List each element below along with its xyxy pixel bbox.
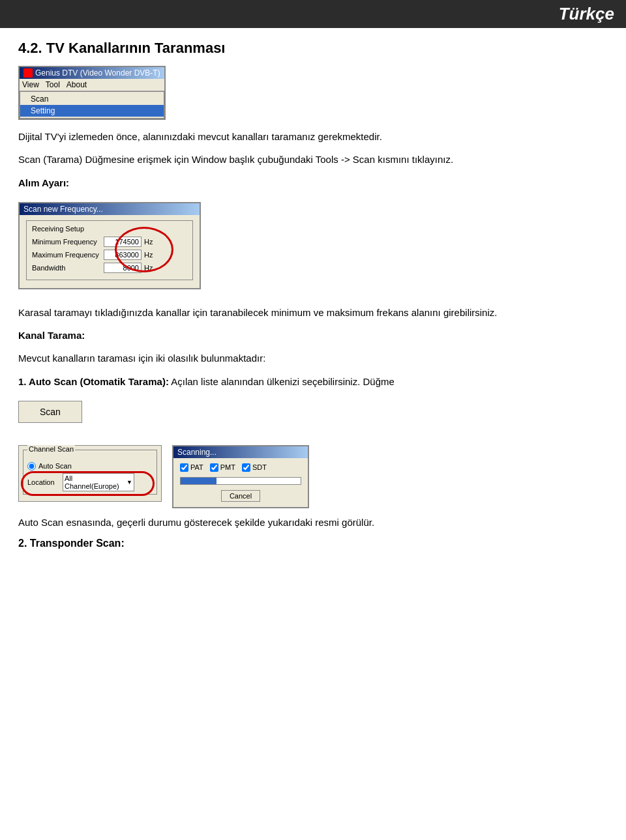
pmt-checkbox-row: PMT: [210, 463, 235, 472]
scan-access-para: Scan (Tarama) Düğmesine erişmek için Win…: [18, 152, 608, 167]
menu-tool[interactable]: Tool: [46, 80, 60, 89]
auto-scan-radio-label: Auto Scan: [38, 462, 72, 470]
auto-scan-radio[interactable]: [27, 462, 36, 471]
max-freq-label: Maximum Frequency: [32, 251, 104, 259]
dialog-titlebar: Scan new Frequency...: [20, 203, 200, 215]
channel-scan-wrap: Channel Scan Auto Scan Location All Chan…: [18, 445, 162, 502]
auto-scan-radio-row: Auto Scan: [27, 462, 153, 471]
max-freq-input[interactable]: 863000: [104, 250, 142, 260]
scan-button-area: Scan: [18, 397, 608, 435]
channel-scan-group-title: Channel Scan: [27, 445, 75, 453]
progress-bar-inner: [181, 478, 216, 484]
kanal-tarama-label: Kanal Tarama:: [18, 328, 608, 343]
menu-about[interactable]: About: [67, 80, 87, 89]
min-freq-row: Minimum Frequency 174500 Hz: [32, 237, 187, 247]
page-title: 4.2. TV Kanallarının Taranması: [18, 40, 608, 57]
menu-scan-label: Scan: [31, 94, 48, 104]
auto-scan-para: 1. Auto Scan (Otomatik Tarama): Açılan l…: [18, 374, 608, 389]
dropdown-arrow-icon: ▼: [127, 479, 132, 485]
sdt-label: SDT: [252, 463, 267, 471]
pat-label: PAT: [190, 463, 203, 471]
app-icon: [23, 68, 33, 78]
cancel-button[interactable]: Cancel: [221, 490, 260, 502]
scanning-dialog-box: Scanning... PAT PMT SDT: [172, 445, 309, 508]
alim-ayari-label: Alım Ayarı:: [18, 175, 608, 190]
max-freq-row: Maximum Frequency 863000 Hz: [32, 250, 187, 260]
win-titlebar: Genius DTV (Video Wonder DVB-T): [20, 67, 164, 79]
main-content: 4.2. TV Kanallarının Taranması Genius DT…: [0, 28, 626, 572]
progress-bar-outer: [180, 477, 301, 485]
karasal-para: Karasal taramayı tıkladığınızda kanallar…: [18, 305, 608, 320]
min-freq-input[interactable]: 174500: [104, 237, 142, 247]
sdt-checkbox-row: SDT: [242, 463, 267, 472]
scanning-checkboxes: PAT PMT SDT: [180, 463, 301, 472]
header-bar: Türkçe: [0, 0, 626, 28]
menu-setting-label: Setting: [31, 106, 55, 115]
intro-para: Dijital TV'yi izlemeden önce, alanınızda…: [18, 129, 608, 144]
auto-scan-label: 1. Auto Scan (Otomatik Tarama):: [18, 376, 169, 387]
receiving-setup-group: Receiving Setup Minimum Frequency 174500…: [26, 220, 193, 280]
scanning-titlebar: Scanning...: [173, 446, 308, 458]
min-freq-unit: Hz: [144, 238, 153, 246]
pmt-label: PMT: [220, 463, 235, 471]
scan-freq-dialog-wrap: Scan new Frequency... Receiving Setup Mi…: [18, 198, 201, 298]
min-freq-label: Minimum Frequency: [32, 238, 104, 246]
bandwidth-row: Bandwidth 8000 Hz: [32, 263, 187, 273]
menu-item-scan[interactable]: Scan: [20, 93, 164, 105]
pat-checkbox[interactable]: [180, 463, 188, 472]
auto-scan-desc: Açılan liste alanından ülkenizi seçebili…: [171, 376, 395, 387]
dropdown-value: All Channel(Europe): [65, 474, 127, 490]
mevcut-para: Mevcut kanalların taraması için iki olas…: [18, 351, 608, 366]
scan-freq-dialog: Scan new Frequency... Receiving Setup Mi…: [18, 202, 201, 289]
win-app-screenshot: Genius DTV (Video Wonder DVB-T) View Too…: [18, 66, 166, 120]
win-menu-dropdown: Scan Setting: [20, 91, 164, 119]
cancel-row: Cancel: [180, 490, 301, 502]
win-title: Genius DTV (Video Wonder DVB-T): [35, 68, 160, 78]
channel-scan-box: Channel Scan Auto Scan Location All Chan…: [18, 445, 162, 502]
transponder-scan-label: 2. Transponder Scan:: [18, 538, 608, 549]
group-title: Receiving Setup: [32, 225, 187, 233]
sdt-checkbox[interactable]: [242, 463, 250, 472]
auto-scan-footer: Auto Scan esnasında, geçerli durumu göst…: [18, 515, 608, 530]
pmt-checkbox[interactable]: [210, 463, 218, 472]
max-freq-unit: Hz: [144, 251, 153, 259]
bandwidth-input[interactable]: 8000: [104, 263, 142, 273]
menu-view[interactable]: View: [22, 80, 39, 89]
menu-item-setting[interactable]: Setting: [20, 105, 164, 117]
pat-checkbox-row: PAT: [180, 463, 203, 472]
location-label: Location: [27, 478, 59, 486]
bandwidth-unit: Hz: [144, 264, 153, 272]
location-dropdown[interactable]: All Channel(Europe) ▼: [63, 473, 134, 491]
scan-button-label: Scan: [40, 407, 61, 417]
win-menubar: View Tool About: [20, 79, 164, 91]
language-label: Türkçe: [559, 4, 614, 23]
scan-button-img[interactable]: Scan: [18, 401, 82, 423]
location-row: Location All Channel(Europe) ▼: [27, 473, 153, 491]
bandwidth-label: Bandwidth: [32, 264, 104, 272]
scanning-body: PAT PMT SDT Cancel: [173, 458, 308, 507]
channel-scan-group: Channel Scan Auto Scan Location All Chan…: [23, 450, 157, 495]
screenshots-row: Channel Scan Auto Scan Location All Chan…: [18, 445, 608, 508]
dialog-body: Receiving Setup Minimum Frequency 174500…: [20, 215, 200, 288]
